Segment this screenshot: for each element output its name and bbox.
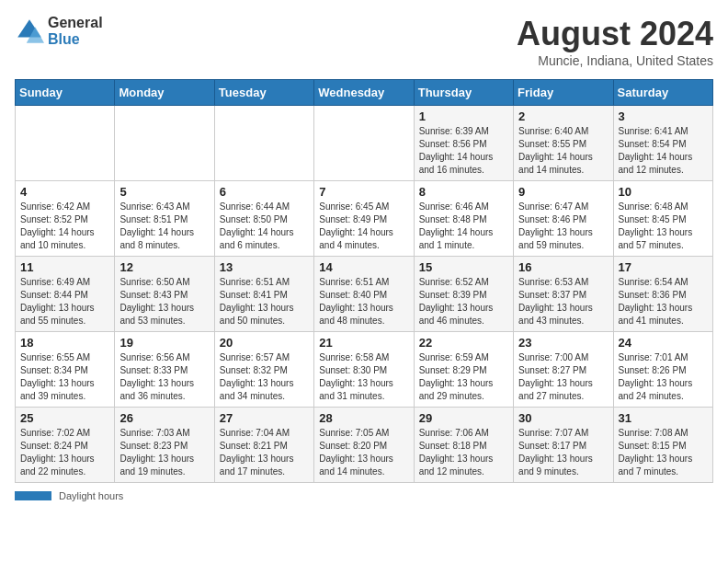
day-number: 19 (119, 336, 209, 350)
calendar-cell: 17Sunrise: 6:54 AM Sunset: 8:36 PM Dayli… (613, 257, 712, 332)
calendar-cell: 31Sunrise: 7:08 AM Sunset: 8:15 PM Dayli… (613, 408, 712, 483)
day-number: 14 (319, 260, 408, 274)
calendar-cell: 19Sunrise: 6:56 AM Sunset: 8:33 PM Dayli… (115, 332, 214, 408)
day-number: 6 (220, 185, 309, 199)
day-info: Sunrise: 6:50 AM Sunset: 8:43 PM Dayligh… (119, 276, 209, 327)
day-info: Sunrise: 6:54 AM Sunset: 8:36 PM Dayligh… (619, 276, 708, 327)
calendar-cell: 11Sunrise: 6:49 AM Sunset: 8:44 PM Dayli… (16, 257, 115, 332)
calendar-body: 1Sunrise: 6:39 AM Sunset: 8:56 PM Daylig… (16, 106, 713, 483)
calendar-cell: 5Sunrise: 6:43 AM Sunset: 8:51 PM Daylig… (115, 181, 214, 257)
calendar-cell: 22Sunrise: 6:59 AM Sunset: 8:29 PM Dayli… (414, 332, 513, 408)
day-number: 8 (419, 185, 508, 199)
header-day-sunday: Sunday (16, 80, 115, 106)
day-info: Sunrise: 6:47 AM Sunset: 8:46 PM Dayligh… (518, 201, 608, 252)
calendar-cell: 8Sunrise: 6:46 AM Sunset: 8:48 PM Daylig… (414, 181, 513, 257)
calendar-cell: 21Sunrise: 6:58 AM Sunset: 8:30 PM Dayli… (314, 332, 414, 408)
day-info: Sunrise: 7:03 AM Sunset: 8:23 PM Dayligh… (119, 427, 209, 478)
header-day-wednesday: Wednesday (314, 80, 414, 106)
day-number: 26 (119, 411, 209, 425)
day-info: Sunrise: 7:06 AM Sunset: 8:18 PM Dayligh… (419, 427, 508, 478)
day-info: Sunrise: 6:45 AM Sunset: 8:49 PM Dayligh… (319, 201, 408, 252)
day-info: Sunrise: 6:58 AM Sunset: 8:30 PM Dayligh… (319, 351, 408, 403)
day-number: 15 (419, 260, 508, 274)
main-title: August 2024 (517, 15, 713, 53)
day-info: Sunrise: 6:46 AM Sunset: 8:48 PM Dayligh… (419, 201, 508, 252)
calendar-cell: 23Sunrise: 7:00 AM Sunset: 8:27 PM Dayli… (514, 332, 613, 408)
calendar-cell: 12Sunrise: 6:50 AM Sunset: 8:43 PM Dayli… (115, 257, 214, 332)
day-number: 11 (20, 260, 109, 274)
day-number: 5 (119, 185, 209, 199)
day-info: Sunrise: 6:41 AM Sunset: 8:54 PM Dayligh… (619, 125, 708, 177)
calendar-cell: 27Sunrise: 7:04 AM Sunset: 8:21 PM Dayli… (214, 408, 313, 483)
logo-blue-text: Blue (48, 31, 103, 48)
subtitle: Muncie, Indiana, United States (517, 53, 713, 68)
day-info: Sunrise: 6:44 AM Sunset: 8:50 PM Dayligh… (220, 201, 309, 252)
day-info: Sunrise: 6:56 AM Sunset: 8:33 PM Dayligh… (119, 351, 209, 403)
day-number: 23 (518, 336, 608, 350)
calendar-cell: 9Sunrise: 6:47 AM Sunset: 8:46 PM Daylig… (514, 181, 613, 257)
day-number: 13 (220, 260, 309, 274)
day-number: 4 (20, 185, 109, 199)
week-row-4: 18Sunrise: 6:55 AM Sunset: 8:34 PM Dayli… (16, 332, 713, 408)
week-row-1: 1Sunrise: 6:39 AM Sunset: 8:56 PM Daylig… (16, 106, 713, 181)
day-number: 1 (419, 109, 508, 123)
header-day-monday: Monday (115, 80, 214, 106)
day-number: 2 (518, 109, 608, 123)
calendar-cell (16, 106, 115, 181)
day-info: Sunrise: 6:51 AM Sunset: 8:41 PM Dayligh… (220, 276, 309, 327)
day-info: Sunrise: 7:07 AM Sunset: 8:17 PM Dayligh… (518, 427, 608, 478)
day-info: Sunrise: 7:08 AM Sunset: 8:15 PM Dayligh… (619, 427, 708, 478)
day-number: 16 (518, 260, 608, 274)
calendar-cell: 20Sunrise: 6:57 AM Sunset: 8:32 PM Dayli… (214, 332, 313, 408)
calendar-cell: 28Sunrise: 7:05 AM Sunset: 8:20 PM Dayli… (314, 408, 414, 483)
day-info: Sunrise: 7:00 AM Sunset: 8:27 PM Dayligh… (518, 351, 608, 403)
day-number: 25 (20, 411, 109, 425)
week-row-3: 11Sunrise: 6:49 AM Sunset: 8:44 PM Dayli… (16, 257, 713, 332)
calendar-cell (115, 106, 214, 181)
calendar-cell: 13Sunrise: 6:51 AM Sunset: 8:41 PM Dayli… (214, 257, 313, 332)
header-day-friday: Friday (514, 80, 613, 106)
day-number: 30 (518, 411, 608, 425)
page-header: General Blue August 2024 Muncie, Indiana… (15, 15, 713, 68)
calendar-table: SundayMondayTuesdayWednesdayThursdayFrid… (15, 79, 713, 483)
day-info: Sunrise: 7:02 AM Sunset: 8:24 PM Dayligh… (20, 427, 109, 478)
day-info: Sunrise: 7:04 AM Sunset: 8:21 PM Dayligh… (220, 427, 309, 478)
daylight-bar-icon (15, 491, 51, 500)
calendar-cell: 18Sunrise: 6:55 AM Sunset: 8:34 PM Dayli… (16, 332, 115, 408)
logo-icon (15, 17, 44, 46)
calendar-cell: 1Sunrise: 6:39 AM Sunset: 8:56 PM Daylig… (414, 106, 513, 181)
day-info: Sunrise: 6:49 AM Sunset: 8:44 PM Dayligh… (20, 276, 109, 327)
day-info: Sunrise: 6:48 AM Sunset: 8:45 PM Dayligh… (619, 201, 708, 252)
calendar-cell: 3Sunrise: 6:41 AM Sunset: 8:54 PM Daylig… (613, 106, 712, 181)
calendar-cell: 25Sunrise: 7:02 AM Sunset: 8:24 PM Dayli… (16, 408, 115, 483)
day-number: 21 (319, 336, 408, 350)
day-number: 29 (419, 411, 508, 425)
calendar-cell: 15Sunrise: 6:52 AM Sunset: 8:39 PM Dayli… (414, 257, 513, 332)
logo-general-text: General (48, 15, 103, 31)
week-row-5: 25Sunrise: 7:02 AM Sunset: 8:24 PM Dayli… (16, 408, 713, 483)
day-number: 9 (518, 185, 608, 199)
day-number: 31 (619, 411, 708, 425)
day-number: 12 (119, 260, 209, 274)
calendar-cell: 2Sunrise: 6:40 AM Sunset: 8:55 PM Daylig… (514, 106, 613, 181)
title-block: August 2024 Muncie, Indiana, United Stat… (517, 15, 713, 68)
day-info: Sunrise: 6:53 AM Sunset: 8:37 PM Dayligh… (518, 276, 608, 327)
calendar-cell: 16Sunrise: 6:53 AM Sunset: 8:37 PM Dayli… (514, 257, 613, 332)
day-info: Sunrise: 7:01 AM Sunset: 8:26 PM Dayligh… (619, 351, 708, 403)
logo: General Blue (15, 15, 103, 47)
day-info: Sunrise: 6:39 AM Sunset: 8:56 PM Dayligh… (419, 125, 508, 177)
day-number: 17 (619, 260, 708, 274)
calendar-cell: 24Sunrise: 7:01 AM Sunset: 8:26 PM Dayli… (613, 332, 712, 408)
footer-label: Daylight hours (59, 490, 123, 501)
day-number: 3 (619, 109, 708, 123)
day-info: Sunrise: 7:05 AM Sunset: 8:20 PM Dayligh… (319, 427, 408, 478)
day-info: Sunrise: 6:43 AM Sunset: 8:51 PM Dayligh… (119, 201, 209, 252)
week-row-2: 4Sunrise: 6:42 AM Sunset: 8:52 PM Daylig… (16, 181, 713, 257)
footer: Daylight hours (15, 490, 713, 501)
day-number: 28 (319, 411, 408, 425)
calendar-cell: 6Sunrise: 6:44 AM Sunset: 8:50 PM Daylig… (214, 181, 313, 257)
day-number: 10 (619, 185, 708, 199)
day-info: Sunrise: 6:51 AM Sunset: 8:40 PM Dayligh… (319, 276, 408, 327)
day-number: 24 (619, 336, 708, 350)
header-day-thursday: Thursday (414, 80, 513, 106)
